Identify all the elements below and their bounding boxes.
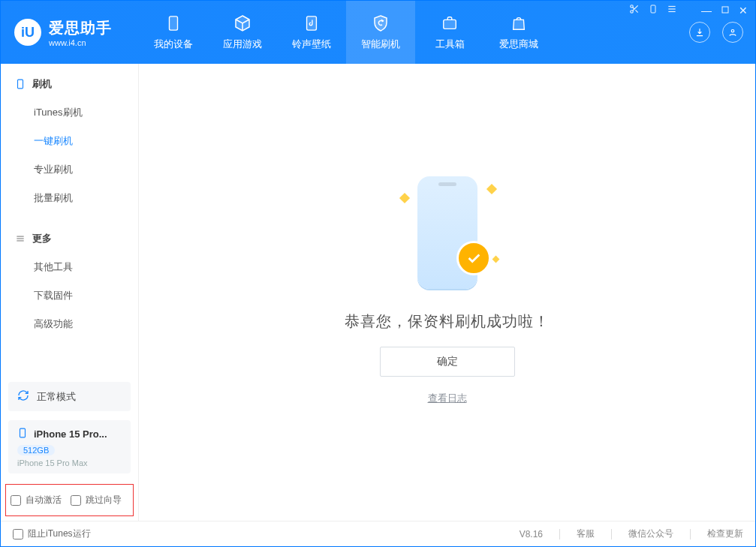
sparkle-icon: [486, 184, 496, 194]
nav-apps-games[interactable]: 应用游戏: [208, 1, 277, 64]
sidebar-group-label: 刷机: [32, 77, 52, 91]
svg-rect-11: [307, 17, 317, 30]
sidebar-item-other-tools[interactable]: 其他工具: [1, 253, 138, 281]
scissors-icon[interactable]: [629, 4, 640, 17]
success-illustration: [395, 176, 500, 296]
music-note-icon: [302, 14, 321, 33]
top-nav: 我的设备 应用游戏 铃声壁纸 智能刷机: [139, 1, 689, 64]
footer-support-link[interactable]: 客服: [577, 527, 595, 540]
svg-line-4: [633, 8, 634, 9]
sidebar-item-download-firmware[interactable]: 下载固件: [1, 281, 138, 310]
mode-label: 正常模式: [37, 390, 76, 404]
logo-icon: iU: [14, 19, 41, 46]
sidebar-group-flash[interactable]: 刷机: [1, 70, 138, 98]
svg-rect-5: [651, 5, 655, 13]
close-button[interactable]: ✕: [739, 5, 748, 17]
nav-ringtones-wallpapers[interactable]: 铃声壁纸: [277, 1, 346, 64]
device-icon: [17, 426, 28, 442]
refresh-icon: [17, 389, 29, 404]
auto-activate-input[interactable]: [11, 495, 21, 506]
maximize-button[interactable]: [721, 5, 730, 17]
svg-point-1: [631, 11, 634, 14]
svg-line-3: [635, 10, 637, 12]
svg-rect-12: [444, 20, 456, 29]
ok-button[interactable]: 确定: [380, 347, 515, 377]
check-badge-icon: [456, 241, 491, 275]
list-icon: [14, 233, 26, 245]
footer: 阻止iTunes运行 V8.16 客服 微信公众号 检查更新: [1, 521, 755, 546]
skip-wizard-label: 跳过向导: [86, 494, 122, 506]
svg-rect-10: [170, 17, 178, 30]
sparkle-icon: [492, 256, 499, 263]
svg-rect-14: [18, 80, 23, 89]
auto-activate-label: 自动激活: [26, 494, 62, 506]
sidebar-group-more[interactable]: 更多: [1, 224, 138, 253]
sidebar-item-batch-flash[interactable]: 批量刷机: [1, 184, 138, 212]
sidebar-item-advanced[interactable]: 高级功能: [1, 310, 138, 338]
sidebar: 刷机 iTunes刷机 一键刷机 专业刷机 批量刷机 更多 其他工具 下载固件 …: [1, 64, 139, 521]
svg-point-0: [631, 5, 634, 8]
highlight-box: 自动激活 跳过向导: [5, 484, 134, 516]
nav-toolbox[interactable]: 工具箱: [415, 1, 484, 64]
sidebar-group-label: 更多: [32, 232, 52, 245]
block-itunes-label: 阻止iTunes运行: [28, 527, 91, 540]
device-capacity-badge: 512GB: [17, 445, 55, 455]
briefcase-icon: [440, 14, 459, 33]
minimize-button[interactable]: —: [701, 5, 712, 17]
footer-wechat-link[interactable]: 微信公众号: [628, 527, 673, 540]
nav-store[interactable]: 爱思商城: [484, 1, 553, 64]
phone-small-icon: [14, 78, 26, 90]
nav-smart-flash[interactable]: 智能刷机: [346, 1, 415, 64]
nav-label: 爱思商城: [499, 38, 538, 51]
shopping-bag-icon: [509, 14, 529, 33]
sidebar-item-itunes-flash[interactable]: iTunes刷机: [1, 98, 138, 127]
sidebar-item-pro-flash[interactable]: 专业刷机: [1, 155, 138, 184]
block-itunes-input[interactable]: [13, 529, 23, 539]
footer-check-updates-link[interactable]: 检查更新: [707, 527, 743, 540]
success-title: 恭喜您，保资料刷机成功啦！: [345, 311, 550, 332]
svg-rect-9: [722, 7, 728, 13]
block-itunes-checkbox[interactable]: 阻止iTunes运行: [13, 527, 91, 540]
logo-block: iU 爱思助手 www.i4.cn: [1, 1, 139, 64]
main-content: 恭喜您，保资料刷机成功啦！ 确定 查看日志: [139, 64, 755, 521]
download-button[interactable]: [689, 22, 710, 43]
nav-label: 铃声壁纸: [292, 38, 331, 51]
phone-icon: [164, 14, 183, 33]
mode-row[interactable]: 正常模式: [8, 382, 131, 411]
nav-my-device[interactable]: 我的设备: [139, 1, 208, 64]
phone-outline-icon[interactable]: [649, 4, 658, 17]
device-model: iPhone 15 Pro Max: [17, 458, 122, 467]
shield-refresh-icon: [371, 14, 390, 33]
nav-label: 工具箱: [435, 38, 465, 51]
app-title: 爱思助手: [49, 18, 112, 38]
device-row[interactable]: iPhone 15 Pro... 512GB iPhone 15 Pro Max: [8, 420, 131, 473]
svg-rect-18: [20, 428, 26, 437]
nav-label: 应用游戏: [223, 38, 262, 51]
nav-label: 智能刷机: [361, 38, 400, 51]
skip-wizard-input[interactable]: [71, 495, 81, 506]
sidebar-item-oneclick-flash[interactable]: 一键刷机: [1, 127, 138, 155]
menu-icon[interactable]: [667, 4, 677, 17]
skip-wizard-checkbox[interactable]: 跳过向导: [71, 494, 122, 506]
view-log-link[interactable]: 查看日志: [428, 392, 467, 405]
auto-activate-checkbox[interactable]: 自动激活: [11, 494, 62, 506]
nav-label: 我的设备: [154, 38, 193, 51]
sparkle-icon: [399, 193, 409, 203]
device-name: iPhone 15 Pro...: [34, 428, 107, 440]
account-button[interactable]: [722, 22, 743, 43]
app-subtitle: www.i4.cn: [49, 38, 112, 47]
svg-point-13: [731, 30, 734, 33]
cube-icon: [233, 14, 252, 33]
version-label: V8.16: [520, 529, 543, 539]
